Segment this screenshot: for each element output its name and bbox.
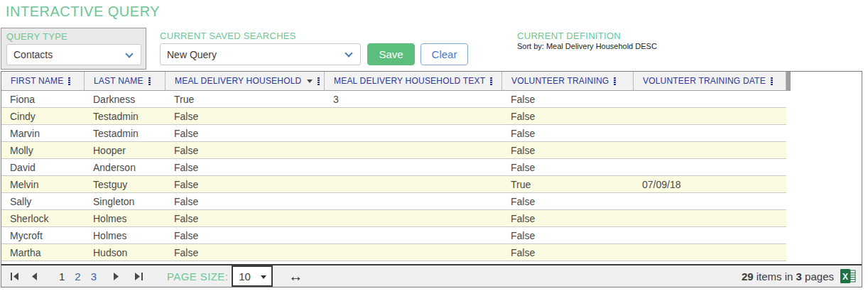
chevron-down-icon xyxy=(345,49,352,57)
table-cell: False xyxy=(502,159,634,175)
table-cell xyxy=(634,227,786,243)
column-header[interactable]: MEAL DELIVERY HOUSEHOLD xyxy=(166,72,325,90)
table-cell xyxy=(325,108,502,124)
page-number[interactable]: 2 xyxy=(75,270,80,283)
current-definition-label: CURRENT DEFINITION xyxy=(517,31,621,41)
save-button[interactable]: Save xyxy=(367,43,415,65)
table-cell: False xyxy=(502,108,634,124)
column-header[interactable]: FIRST NAME xyxy=(1,72,85,90)
table-cell: False xyxy=(166,125,325,141)
table-cell: False xyxy=(166,108,325,124)
column-header[interactable]: VOLUNTEER TRAINING DATE xyxy=(634,72,786,90)
column-header-label: FIRST NAME xyxy=(11,76,63,86)
dropdown-arrow-icon xyxy=(261,275,266,279)
page-size-value: 10 xyxy=(233,270,251,283)
table-cell: False xyxy=(502,142,634,158)
table-cell xyxy=(325,142,502,158)
column-menu-icon[interactable] xyxy=(614,77,616,85)
table-cell xyxy=(634,244,786,261)
saved-searches-select[interactable]: New Query xyxy=(160,43,361,65)
table-row[interactable]: CindyTestadminFalseFalse xyxy=(1,108,786,125)
query-type-label: QUERY TYPE xyxy=(6,31,67,42)
table-cell: Darkness xyxy=(85,91,166,107)
table-cell xyxy=(634,159,786,175)
page-number[interactable]: 3 xyxy=(91,270,97,283)
pages-count: 3 xyxy=(796,270,802,283)
table-cell: Testguy xyxy=(85,176,166,192)
table-row[interactable]: MycroftHolmesFalseFalse xyxy=(1,227,786,244)
column-header-label: LAST NAME xyxy=(94,76,143,86)
table-cell: False xyxy=(166,176,325,192)
column-header[interactable]: MEAL DELIVERY HOUSEHOLD TEXT xyxy=(325,72,502,90)
table-cell: False xyxy=(166,193,325,209)
table-cell: False xyxy=(502,210,634,226)
table-cell: False xyxy=(166,227,325,243)
column-menu-icon[interactable] xyxy=(68,77,70,85)
chevron-down-icon xyxy=(125,50,133,57)
clear-button[interactable]: Clear xyxy=(421,43,468,65)
table-row[interactable]: FionaDarknessTrue3False xyxy=(1,91,786,108)
pager-bar: 123 PAGE SIZE: 10 ↔ 29 items in 3 pages … xyxy=(1,264,862,287)
table-cell: False xyxy=(166,142,325,158)
table-cell: False xyxy=(502,227,634,243)
table-cell xyxy=(634,193,786,209)
column-menu-icon[interactable] xyxy=(318,77,320,85)
table-cell xyxy=(634,108,786,124)
table-cell xyxy=(634,210,786,226)
table-row[interactable]: SherlockHolmesFalseFalse xyxy=(1,210,786,227)
sort-definition-text: Sort by: Meal Delivery Household DESC xyxy=(517,42,657,50)
table-cell xyxy=(634,91,786,107)
resize-columns-icon[interactable]: ↔ xyxy=(288,268,303,285)
table-cell: Mycroft xyxy=(1,227,85,243)
page-number-current[interactable]: 1 xyxy=(59,270,65,283)
table-cell: False xyxy=(502,91,634,107)
excel-export-icon[interactable]: X xyxy=(840,269,856,283)
query-type-value: Contacts xyxy=(7,49,53,60)
column-header-label: MEAL DELIVERY HOUSEHOLD xyxy=(175,76,301,86)
table-cell: Holmes xyxy=(85,210,166,226)
table-cell: David xyxy=(1,159,85,175)
table-cell: False xyxy=(502,125,634,141)
column-menu-icon[interactable] xyxy=(490,77,492,85)
table-header-row: FIRST NAMELAST NAMEMEAL DELIVERY HOUSEHO… xyxy=(1,72,791,91)
table-cell xyxy=(634,142,786,158)
table-cell: Sherlock xyxy=(1,210,85,226)
last-page-button[interactable] xyxy=(134,272,144,280)
query-type-select[interactable]: Contacts xyxy=(6,44,141,65)
table-row[interactable]: DavidAndersonFalseFalse xyxy=(1,159,786,176)
page-size-select[interactable]: 10 xyxy=(232,265,273,287)
items-count: 29 xyxy=(742,270,754,283)
prev-page-button[interactable] xyxy=(31,272,41,280)
saved-searches-value: New Query xyxy=(161,49,217,60)
page-size-label: PAGE SIZE: xyxy=(167,270,228,283)
table-cell: 3 xyxy=(325,91,502,107)
table-cell: Hudson xyxy=(85,244,166,261)
table-row[interactable]: MarthaHudsonFalseFalse xyxy=(1,244,786,261)
table-cell xyxy=(634,125,786,141)
table-row[interactable]: MollyHooperFalseFalse xyxy=(1,142,786,159)
table-cell: Fiona xyxy=(1,91,85,107)
pager-pages: 123 xyxy=(54,270,102,283)
column-header[interactable]: LAST NAME xyxy=(85,72,166,90)
items-summary-text: items in xyxy=(754,270,796,283)
next-page-button[interactable] xyxy=(113,272,123,280)
table-row[interactable]: SallySingletonFalseFalse xyxy=(1,193,786,210)
table-cell: Singleton xyxy=(85,193,166,209)
first-page-button[interactable] xyxy=(10,272,20,280)
table-cell: False xyxy=(166,244,325,261)
column-header[interactable]: VOLUNTEER TRAINING xyxy=(502,72,634,90)
table-row[interactable]: MelvinTestguyFalseTrue07/09/18 xyxy=(1,176,786,193)
table-cell: Cindy xyxy=(1,108,85,124)
pages-summary-text: pages xyxy=(802,270,834,283)
table-cell xyxy=(325,125,502,141)
column-menu-icon[interactable] xyxy=(148,77,151,85)
column-menu-icon[interactable] xyxy=(771,77,773,85)
table-body: FionaDarknessTrue3FalseCindyTestadminFal… xyxy=(1,91,786,261)
table-cell: False xyxy=(502,244,634,261)
items-summary: 29 items in 3 pages xyxy=(742,270,834,283)
table-row[interactable]: MarvinTestadminFalseFalse xyxy=(1,125,786,142)
table-cell: Testadmin xyxy=(85,125,166,141)
header-end-cap xyxy=(786,72,791,91)
table-cell: Holmes xyxy=(85,227,166,243)
table-cell: Hooper xyxy=(85,142,166,158)
